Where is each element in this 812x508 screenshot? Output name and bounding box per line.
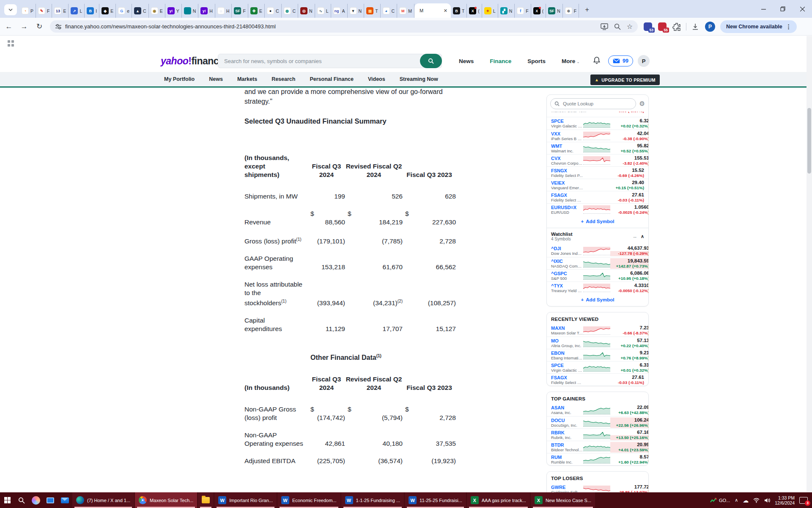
copilot-button[interactable] (29, 492, 43, 508)
mail-button[interactable]: 99 (608, 55, 633, 66)
quote-symbol-link[interactable]: SPCE (551, 363, 583, 368)
quote-row-SPCE[interactable]: SPCEVirgin Galactic H...6.31+0.01 (+0.32… (547, 361, 648, 373)
browser-tab[interactable]: SFN (546, 4, 563, 18)
subnav-streaming-now[interactable]: Streaming Now (400, 76, 438, 82)
quote-symbol-link[interactable]: FSAGX (551, 193, 583, 198)
browser-tab[interactable]: ▦T (364, 4, 380, 18)
reload-button[interactable]: ↻ (33, 20, 46, 33)
browser-tab[interactable]: X( (531, 4, 546, 18)
notification-center-button[interactable]: 3 (799, 497, 808, 504)
quote-row-MAXN[interactable]: MAXNMaxeon Solar Te...7.23-0.66 (-8.37%) (547, 324, 648, 337)
url-text[interactable]: finance.yahoo.com/news/maxeon-solar-tech… (65, 23, 601, 30)
subnav-videos[interactable]: Videos (368, 76, 385, 82)
browser-tab[interactable]: ◍C (282, 4, 299, 18)
yahoo-profile-avatar[interactable]: P (638, 55, 650, 67)
quote-row-FSAGX[interactable]: FSAGXFidelity Select G...27.61-0.03 (-0.… (547, 191, 648, 203)
quote-symbol-link[interactable]: ^TYX (551, 283, 583, 288)
subnav-personal-finance[interactable]: Personal Finance (310, 76, 354, 82)
quote-row-SPCE[interactable]: SPCEVirgin Galactic H...6.32+0.02 (+0.32… (547, 117, 648, 130)
tab-close-icon[interactable]: ✕ (444, 8, 447, 14)
quote-row-MO[interactable]: MOAltria Group, Inc.57.13+0.22 (+0.40%) (547, 337, 648, 349)
chevron-up-icon[interactable]: ∧ (641, 234, 644, 239)
mail-app-button[interactable] (58, 492, 72, 508)
search-button[interactable] (420, 54, 442, 68)
subnav-markets[interactable]: Markets (237, 76, 257, 82)
taskbar-app-word[interactable]: W11-25-25 Fundraisi... (405, 492, 466, 508)
quote-row-VXX[interactable]: VXXiPath Series B S...42.04-0.38 (-0.90%… (547, 130, 648, 142)
browser-tab[interactable]: ▼N (348, 4, 365, 18)
zoom-icon[interactable] (614, 23, 621, 30)
quote-symbol-link[interactable]: GWRE (551, 485, 583, 490)
quote-symbol-link[interactable]: ^GSPC (551, 271, 583, 276)
taskbar-app-excel[interactable]: XNew Mexico Case S... (531, 492, 595, 508)
quote-symbol-link[interactable]: DOCU (551, 418, 583, 423)
top-nav-finance[interactable]: Finance (490, 58, 511, 64)
quote-row-BTDR[interactable]: BTDRBitdeer Technolo...20.99+4.01 (+23.5… (547, 441, 648, 453)
browser-tab[interactable]: ◕C (381, 4, 398, 18)
remote-display-button[interactable] (43, 492, 58, 508)
quote-symbol-link[interactable]: SPCE (551, 119, 583, 124)
hidden-icons-chevron[interactable]: ∧ (735, 497, 738, 503)
browser-tab[interactable]: MM (397, 4, 414, 18)
taskbar-app-edge[interactable]: (7) Home / X and 1... (72, 492, 134, 508)
quote-row-CVX[interactable]: CVXChevron Corpora...155.51-3.82 (-2.40%… (547, 154, 648, 166)
quote-symbol-link[interactable]: ^DJI (551, 246, 583, 251)
close-button[interactable] (793, 0, 812, 18)
speaker-icon[interactable] (764, 498, 770, 503)
new-tab-button[interactable]: + (582, 4, 593, 15)
quote-symbol-link[interactable]: WMT (551, 144, 583, 149)
browser-tab[interactable]: Ge (116, 4, 132, 18)
quote-symbol-link[interactable]: EURUSD=X (551, 205, 583, 210)
upgrade-premium-button[interactable]: ▲UPGRADE TO PREMIUM (590, 75, 660, 85)
quote-row-WMT[interactable]: WMTWalmart Inc.95.82+0.52 (+0.55%) (547, 142, 648, 154)
quote-symbol-link[interactable]: VXX (551, 131, 583, 136)
quote-lookup-input[interactable] (562, 101, 632, 107)
browser-tab[interactable]: y!H (198, 4, 215, 18)
browser-tab[interactable]: ∿L (315, 4, 331, 18)
quote-row-VEIEX[interactable]: VEIEXVanguard Emergi...29.40+0.15 (+0.51… (547, 179, 648, 191)
top-nav-sports[interactable]: Sports (527, 58, 546, 64)
minimize-button[interactable] (754, 0, 773, 18)
wifi-icon[interactable] (753, 498, 760, 503)
yahoo-finance-logo[interactable]: yahoo!finance (161, 55, 224, 67)
quote-symbol-link[interactable]: VEIEX (551, 180, 583, 185)
browser-tab[interactable]: ◎N (298, 4, 315, 18)
browser-tab[interactable]: ✚E (248, 4, 265, 18)
bookmark-star-icon[interactable]: ☆ (627, 22, 633, 30)
stock-ticker-widget[interactable]: GO... (710, 497, 730, 503)
quote-symbol-link[interactable]: FSNGX (551, 168, 583, 173)
browser-profile-avatar[interactable]: P (705, 22, 715, 32)
quote-row-IXIC[interactable]: ^IXICNASDAQ Compo...19,843.59+142.87 (+0… (547, 257, 648, 269)
subnav-my-portfolio[interactable]: My Portfolio (164, 76, 195, 82)
quote-row-DJI[interactable]: ^DJIDow Jones Indus...44,637.93-127.78 (… (547, 245, 648, 257)
browser-tab[interactable]: ▲C (132, 4, 149, 18)
search-input[interactable] (218, 58, 420, 64)
top-nav-more[interactable]: More⌄ (562, 58, 580, 64)
quote-symbol-link[interactable]: RUM (551, 455, 583, 460)
taskbar-clock[interactable]: 1:33 PM12/6/2024 (775, 495, 795, 505)
add-symbol-button[interactable]: +Add Symbol (547, 215, 648, 228)
restore-button[interactable] (773, 0, 793, 18)
add-symbol-button[interactable]: +Add Symbol (547, 294, 648, 306)
active-tab[interactable]: M✕ (414, 3, 451, 18)
taskbar-app-word[interactable]: W1-1-25 Fundraising ... (341, 492, 404, 508)
grid-widget-icon[interactable] (8, 40, 14, 47)
taskbar-app-word[interactable]: WImportant Rio Gran... (214, 492, 277, 508)
site-settings-icon[interactable] (55, 24, 62, 30)
taskbar-app-chrome[interactable]: Maxeon Solar Tech... (135, 492, 197, 508)
browser-tab[interactable]: X( (467, 4, 482, 18)
onedrive-cloud-icon[interactable]: ☁ (743, 497, 749, 504)
address-bar[interactable]: finance.yahoo.com/news/maxeon-solar-tech… (50, 20, 638, 33)
quote-row-GSPC[interactable]: ^GSPCS&P 5006,086.06+10.95 (+0.18%) (547, 269, 648, 282)
extensions-puzzle-icon[interactable] (672, 22, 681, 31)
quote-symbol-link[interactable]: ^IXIC (551, 259, 583, 264)
browser-tab[interactable]: fF (515, 4, 531, 18)
quote-symbol-link[interactable]: MAXN (551, 326, 583, 331)
notifications-bell[interactable] (593, 56, 601, 66)
quote-row-RUM[interactable]: RUMRumble Inc.8.57+1.60 (+22.94%) (547, 453, 648, 465)
gear-icon[interactable]: ⚙ (639, 100, 645, 108)
browser-tab[interactable]: ◔P (19, 4, 36, 18)
tab-search-button[interactable] (4, 4, 17, 15)
browser-tab[interactable]: ✎F (36, 4, 52, 18)
scrollbar-thumb[interactable] (807, 108, 811, 174)
